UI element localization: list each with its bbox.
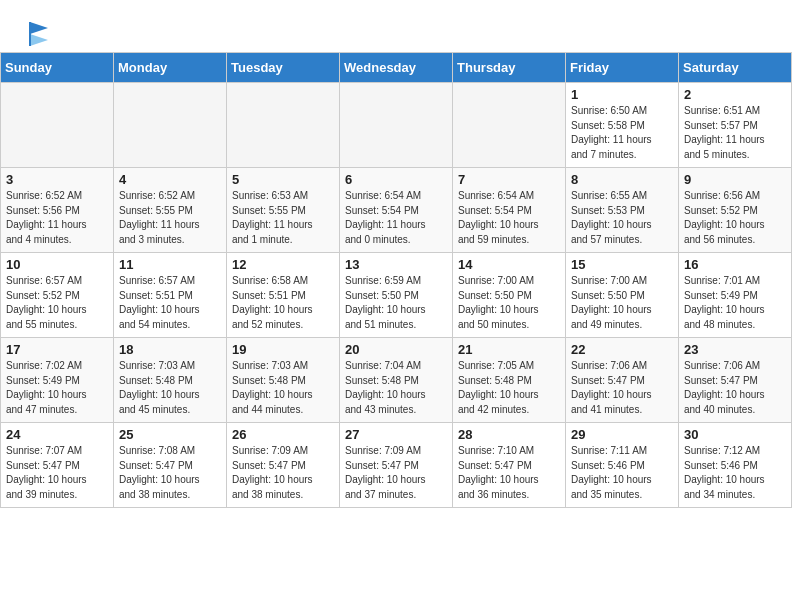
calendar-cell: 14Sunrise: 7:00 AM Sunset: 5:50 PM Dayli… [453, 253, 566, 338]
day-info: Sunrise: 7:06 AM Sunset: 5:47 PM Dayligh… [684, 359, 786, 417]
day-info: Sunrise: 7:07 AM Sunset: 5:47 PM Dayligh… [6, 444, 108, 502]
day-number: 20 [345, 342, 447, 357]
day-info: Sunrise: 7:04 AM Sunset: 5:48 PM Dayligh… [345, 359, 447, 417]
day-info: Sunrise: 6:53 AM Sunset: 5:55 PM Dayligh… [232, 189, 334, 247]
day-number: 5 [232, 172, 334, 187]
calendar-cell: 26Sunrise: 7:09 AM Sunset: 5:47 PM Dayli… [227, 423, 340, 508]
calendar-cell: 15Sunrise: 7:00 AM Sunset: 5:50 PM Dayli… [566, 253, 679, 338]
calendar-cell: 18Sunrise: 7:03 AM Sunset: 5:48 PM Dayli… [114, 338, 227, 423]
calendar-cell: 25Sunrise: 7:08 AM Sunset: 5:47 PM Dayli… [114, 423, 227, 508]
day-number: 24 [6, 427, 108, 442]
day-info: Sunrise: 7:06 AM Sunset: 5:47 PM Dayligh… [571, 359, 673, 417]
day-number: 30 [684, 427, 786, 442]
weekday-header-wednesday: Wednesday [340, 53, 453, 83]
day-number: 18 [119, 342, 221, 357]
calendar-cell: 28Sunrise: 7:10 AM Sunset: 5:47 PM Dayli… [453, 423, 566, 508]
day-info: Sunrise: 7:03 AM Sunset: 5:48 PM Dayligh… [119, 359, 221, 417]
day-info: Sunrise: 6:59 AM Sunset: 5:50 PM Dayligh… [345, 274, 447, 332]
calendar-cell: 21Sunrise: 7:05 AM Sunset: 5:48 PM Dayli… [453, 338, 566, 423]
day-info: Sunrise: 6:54 AM Sunset: 5:54 PM Dayligh… [458, 189, 560, 247]
day-number: 13 [345, 257, 447, 272]
day-number: 3 [6, 172, 108, 187]
calendar-body: 1Sunrise: 6:50 AM Sunset: 5:58 PM Daylig… [1, 83, 792, 508]
day-info: Sunrise: 6:51 AM Sunset: 5:57 PM Dayligh… [684, 104, 786, 162]
day-info: Sunrise: 7:10 AM Sunset: 5:47 PM Dayligh… [458, 444, 560, 502]
calendar-cell: 5Sunrise: 6:53 AM Sunset: 5:55 PM Daylig… [227, 168, 340, 253]
day-number: 17 [6, 342, 108, 357]
day-number: 10 [6, 257, 108, 272]
svg-marker-1 [30, 34, 48, 46]
day-info: Sunrise: 6:57 AM Sunset: 5:52 PM Dayligh… [6, 274, 108, 332]
day-info: Sunrise: 7:02 AM Sunset: 5:49 PM Dayligh… [6, 359, 108, 417]
day-number: 21 [458, 342, 560, 357]
calendar-cell: 6Sunrise: 6:54 AM Sunset: 5:54 PM Daylig… [340, 168, 453, 253]
day-number: 27 [345, 427, 447, 442]
calendar-week-3: 17Sunrise: 7:02 AM Sunset: 5:49 PM Dayli… [1, 338, 792, 423]
day-info: Sunrise: 6:55 AM Sunset: 5:53 PM Dayligh… [571, 189, 673, 247]
day-number: 14 [458, 257, 560, 272]
day-number: 25 [119, 427, 221, 442]
logo-flag-icon [26, 18, 54, 46]
weekday-header-sunday: Sunday [1, 53, 114, 83]
day-number: 4 [119, 172, 221, 187]
day-info: Sunrise: 7:09 AM Sunset: 5:47 PM Dayligh… [345, 444, 447, 502]
day-info: Sunrise: 6:54 AM Sunset: 5:54 PM Dayligh… [345, 189, 447, 247]
calendar-cell: 29Sunrise: 7:11 AM Sunset: 5:46 PM Dayli… [566, 423, 679, 508]
day-info: Sunrise: 7:08 AM Sunset: 5:47 PM Dayligh… [119, 444, 221, 502]
calendar-cell: 22Sunrise: 7:06 AM Sunset: 5:47 PM Dayli… [566, 338, 679, 423]
calendar-cell: 27Sunrise: 7:09 AM Sunset: 5:47 PM Dayli… [340, 423, 453, 508]
day-info: Sunrise: 6:50 AM Sunset: 5:58 PM Dayligh… [571, 104, 673, 162]
calendar-cell: 17Sunrise: 7:02 AM Sunset: 5:49 PM Dayli… [1, 338, 114, 423]
calendar-week-4: 24Sunrise: 7:07 AM Sunset: 5:47 PM Dayli… [1, 423, 792, 508]
calendar: SundayMondayTuesdayWednesdayThursdayFrid… [0, 52, 792, 508]
weekday-header-tuesday: Tuesday [227, 53, 340, 83]
calendar-cell: 13Sunrise: 6:59 AM Sunset: 5:50 PM Dayli… [340, 253, 453, 338]
day-info: Sunrise: 7:01 AM Sunset: 5:49 PM Dayligh… [684, 274, 786, 332]
calendar-cell [227, 83, 340, 168]
day-info: Sunrise: 6:56 AM Sunset: 5:52 PM Dayligh… [684, 189, 786, 247]
day-number: 6 [345, 172, 447, 187]
day-info: Sunrise: 6:52 AM Sunset: 5:55 PM Dayligh… [119, 189, 221, 247]
day-number: 1 [571, 87, 673, 102]
calendar-cell: 19Sunrise: 7:03 AM Sunset: 5:48 PM Dayli… [227, 338, 340, 423]
calendar-cell: 9Sunrise: 6:56 AM Sunset: 5:52 PM Daylig… [679, 168, 792, 253]
calendar-cell [1, 83, 114, 168]
day-number: 7 [458, 172, 560, 187]
day-number: 16 [684, 257, 786, 272]
calendar-cell: 16Sunrise: 7:01 AM Sunset: 5:49 PM Dayli… [679, 253, 792, 338]
calendar-cell: 30Sunrise: 7:12 AM Sunset: 5:46 PM Dayli… [679, 423, 792, 508]
header [0, 0, 792, 52]
day-number: 9 [684, 172, 786, 187]
day-info: Sunrise: 6:57 AM Sunset: 5:51 PM Dayligh… [119, 274, 221, 332]
day-info: Sunrise: 7:03 AM Sunset: 5:48 PM Dayligh… [232, 359, 334, 417]
day-info: Sunrise: 6:58 AM Sunset: 5:51 PM Dayligh… [232, 274, 334, 332]
calendar-cell: 7Sunrise: 6:54 AM Sunset: 5:54 PM Daylig… [453, 168, 566, 253]
calendar-cell: 10Sunrise: 6:57 AM Sunset: 5:52 PM Dayli… [1, 253, 114, 338]
day-info: Sunrise: 6:52 AM Sunset: 5:56 PM Dayligh… [6, 189, 108, 247]
calendar-cell: 8Sunrise: 6:55 AM Sunset: 5:53 PM Daylig… [566, 168, 679, 253]
logo-general [24, 18, 54, 46]
calendar-cell: 11Sunrise: 6:57 AM Sunset: 5:51 PM Dayli… [114, 253, 227, 338]
calendar-week-1: 3Sunrise: 6:52 AM Sunset: 5:56 PM Daylig… [1, 168, 792, 253]
calendar-cell: 23Sunrise: 7:06 AM Sunset: 5:47 PM Dayli… [679, 338, 792, 423]
day-number: 26 [232, 427, 334, 442]
day-info: Sunrise: 7:05 AM Sunset: 5:48 PM Dayligh… [458, 359, 560, 417]
day-number: 2 [684, 87, 786, 102]
day-number: 23 [684, 342, 786, 357]
calendar-cell [114, 83, 227, 168]
calendar-cell: 4Sunrise: 6:52 AM Sunset: 5:55 PM Daylig… [114, 168, 227, 253]
calendar-cell: 2Sunrise: 6:51 AM Sunset: 5:57 PM Daylig… [679, 83, 792, 168]
calendar-cell: 24Sunrise: 7:07 AM Sunset: 5:47 PM Dayli… [1, 423, 114, 508]
day-number: 12 [232, 257, 334, 272]
day-info: Sunrise: 7:11 AM Sunset: 5:46 PM Dayligh… [571, 444, 673, 502]
day-number: 22 [571, 342, 673, 357]
svg-marker-0 [30, 22, 48, 34]
logo [24, 18, 54, 42]
day-number: 19 [232, 342, 334, 357]
weekday-header-friday: Friday [566, 53, 679, 83]
day-info: Sunrise: 7:12 AM Sunset: 5:46 PM Dayligh… [684, 444, 786, 502]
calendar-cell [340, 83, 453, 168]
calendar-week-2: 10Sunrise: 6:57 AM Sunset: 5:52 PM Dayli… [1, 253, 792, 338]
calendar-cell: 3Sunrise: 6:52 AM Sunset: 5:56 PM Daylig… [1, 168, 114, 253]
day-number: 8 [571, 172, 673, 187]
